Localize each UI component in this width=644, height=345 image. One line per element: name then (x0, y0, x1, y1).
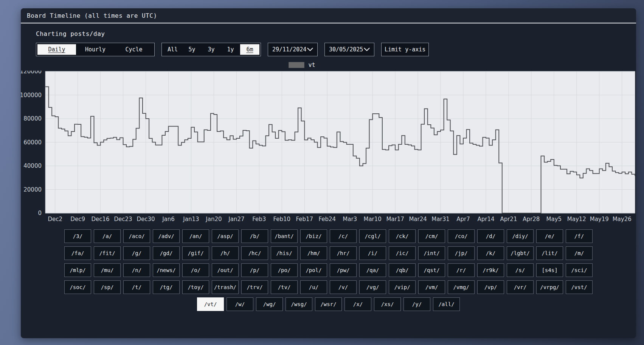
board-button-po[interactable]: /po/ (271, 263, 298, 277)
board-button-vrpg[interactable]: /vrpg/ (536, 280, 563, 294)
board-button-all[interactable]: /all/ (433, 297, 460, 311)
board-button-b[interactable]: /b/ (241, 229, 268, 243)
board-button-h[interactable]: /h/ (212, 246, 239, 260)
board-button-asp[interactable]: /asp/ (212, 229, 239, 243)
tab-range-all[interactable]: All (163, 44, 182, 55)
board-button-m[interactable]: /m/ (566, 246, 593, 260)
board-button-f[interactable]: /f/ (566, 229, 593, 243)
board-button-qb[interactable]: /qb/ (389, 263, 416, 277)
board-button-cgl[interactable]: /cgl/ (359, 229, 386, 243)
x-tick-label: Mar31 (431, 216, 449, 223)
board-button-wg[interactable]: /wg/ (256, 297, 283, 311)
board-button-sci[interactable]: /sci/ (566, 263, 593, 277)
board-button-x[interactable]: /x/ (345, 297, 371, 311)
board-button-y[interactable]: /y/ (403, 297, 430, 311)
board-button-gif[interactable]: /gif/ (182, 246, 209, 260)
board-button-pol[interactable]: /pol/ (300, 263, 327, 277)
board-button-an[interactable]: /an/ (182, 229, 209, 243)
board-button-co[interactable]: /co/ (448, 229, 475, 243)
board-button-g[interactable]: /g/ (123, 246, 150, 260)
x-tick-label: May26 (613, 216, 632, 223)
tab-range-6m[interactable]: 6m (240, 44, 259, 55)
board-button-s[interactable]: /s/ (507, 263, 534, 277)
board-button-trv[interactable]: /trv/ (241, 280, 268, 294)
board-button-biz[interactable]: /biz/ (300, 229, 327, 243)
board-button-aco[interactable]: /aco/ (123, 229, 150, 243)
board-button-lgbt[interactable]: /lgbt/ (507, 246, 534, 260)
board-button-hr[interactable]: /hr/ (330, 246, 357, 260)
board-button-gd[interactable]: /gd/ (153, 246, 180, 260)
board-button-mlp[interactable]: /mlp/ (64, 263, 91, 277)
board-button-e[interactable]: /e/ (536, 229, 563, 243)
board-button-3[interactable]: /3/ (64, 229, 91, 243)
tab-mode-cycle[interactable]: Cycle (115, 44, 153, 55)
board-button-s4s[interactable]: [s4s] (536, 263, 563, 277)
x-tick-label: Jan20 (205, 216, 222, 223)
board-button-ck[interactable]: /ck/ (389, 229, 416, 243)
limit-y-axis-button[interactable]: Limit y-axis (381, 43, 429, 56)
board-button-bant[interactable]: /bant/ (271, 229, 298, 243)
board-row: /3//a//aco//adv//an//asp//b//bant//biz//… (64, 229, 593, 243)
start-date-select[interactable]: 29/11/2024 (268, 43, 318, 56)
window-titlebar: Board Timeline (all times are UTC) (21, 8, 636, 23)
board-button-vg[interactable]: /vg/ (359, 280, 386, 294)
board-button-n[interactable]: /n/ (123, 263, 150, 277)
board-button-r[interactable]: /r/ (448, 263, 475, 277)
board-button-k[interactable]: /k/ (477, 246, 504, 260)
board-button-vp[interactable]: /vp/ (477, 280, 504, 294)
board-button-cm[interactable]: /cm/ (418, 229, 445, 243)
tab-range-3y[interactable]: 3y (202, 44, 221, 55)
board-button-wsr[interactable]: /wsr/ (315, 297, 342, 311)
board-button-qa[interactable]: /qa/ (359, 263, 386, 277)
start-date-value: 29/11/2024 (272, 46, 306, 53)
board-button-jp[interactable]: /jp/ (448, 246, 475, 260)
board-button-qst[interactable]: /qst/ (418, 263, 445, 277)
board-button-w[interactable]: /w/ (227, 297, 253, 311)
board-button-vm[interactable]: /vm/ (418, 280, 445, 294)
tab-mode-hourly[interactable]: Hourly (76, 44, 115, 55)
board-button-adv[interactable]: /adv/ (153, 229, 180, 243)
board-button-mu[interactable]: /mu/ (94, 263, 121, 277)
x-tick-label: Mar10 (363, 216, 381, 223)
board-button-o[interactable]: /o/ (182, 263, 209, 277)
board-button-u[interactable]: /u/ (300, 280, 327, 294)
board-button-a[interactable]: /a/ (94, 229, 121, 243)
end-date-select[interactable]: 30/05/2025 (324, 43, 374, 56)
board-button-d[interactable]: /d/ (477, 229, 504, 243)
board-button-r9k[interactable]: /r9k/ (477, 263, 504, 277)
board-button-p[interactable]: /p/ (241, 263, 268, 277)
board-button-tg[interactable]: /tg/ (153, 280, 180, 294)
board-button-pw[interactable]: /pw/ (330, 263, 357, 277)
board-button-t[interactable]: /t/ (123, 280, 150, 294)
board-button-toy[interactable]: /toy/ (182, 280, 209, 294)
board-button-vt[interactable]: /vt/ (197, 297, 224, 311)
board-button-diy[interactable]: /diy/ (507, 229, 534, 243)
tab-mode-daily[interactable]: Daily (37, 44, 76, 55)
board-button-vmg[interactable]: /vmg/ (448, 280, 475, 294)
board-button-wsg[interactable]: /wsg/ (286, 297, 312, 311)
board-button-ic[interactable]: /ic/ (389, 246, 416, 260)
board-button-v[interactable]: /v/ (330, 280, 357, 294)
tab-range-5y[interactable]: 5y (182, 44, 202, 55)
board-button-hc[interactable]: /hc/ (241, 246, 268, 260)
tab-range-1y[interactable]: 1y (221, 44, 240, 55)
board-button-sp[interactable]: /sp/ (94, 280, 121, 294)
board-button-fit[interactable]: /fit/ (94, 246, 121, 260)
board-button-xs[interactable]: /xs/ (374, 297, 401, 311)
board-button-vst[interactable]: /vst/ (566, 280, 593, 294)
board-button-vip[interactable]: /vip/ (389, 280, 416, 294)
board-button-c[interactable]: /c/ (330, 229, 357, 243)
board-button-lit[interactable]: /lit/ (536, 246, 563, 260)
board-button-int[interactable]: /int/ (418, 246, 445, 260)
board-button-trash[interactable]: /trash/ (212, 280, 239, 294)
chart-legend[interactable]: vt (0, 62, 610, 68)
board-button-fa[interactable]: /fa/ (64, 246, 91, 260)
board-button-vr[interactable]: /vr/ (507, 280, 534, 294)
board-button-his[interactable]: /his/ (271, 246, 298, 260)
board-button-news[interactable]: /news/ (153, 263, 180, 277)
board-button-hm[interactable]: /hm/ (300, 246, 327, 260)
board-button-soc[interactable]: /soc/ (64, 280, 91, 294)
board-button-out[interactable]: /out/ (212, 263, 239, 277)
board-button-i[interactable]: /i/ (359, 246, 386, 260)
board-button-tv[interactable]: /tv/ (271, 280, 298, 294)
